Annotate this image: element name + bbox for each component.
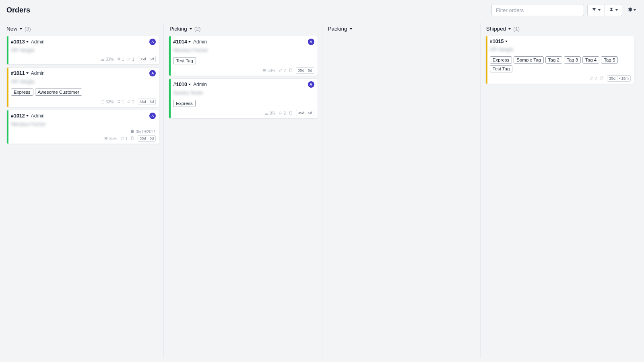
comments-value: 1 xyxy=(125,136,128,141)
column-header[interactable]: Picking (2) xyxy=(165,23,321,36)
column-count: (2) xyxy=(194,26,201,32)
time-pills: 35d 5d xyxy=(138,135,156,142)
time-pills: 35d 5d xyxy=(296,110,314,116)
order-id-text: #1014 xyxy=(173,39,187,45)
order-id[interactable]: #1015 xyxy=(490,39,508,44)
comments-indicator: 2 xyxy=(279,68,286,73)
time-pills: 35d 5d xyxy=(138,56,156,62)
progress-value: 33% xyxy=(106,57,114,62)
filter-input[interactable] xyxy=(491,4,584,16)
order-card[interactable]: #1015 GR Vangla Express Sample Tag Tag 2… xyxy=(485,36,634,84)
kanban-board: New (3) #1013 Admin A GR Vangla ☰ xyxy=(0,20,644,361)
order-id[interactable]: #1013 xyxy=(11,39,29,45)
comments-value: 2 xyxy=(595,76,597,81)
avatar[interactable]: A xyxy=(308,39,314,45)
avatar[interactable]: A xyxy=(149,113,156,119)
order-id[interactable]: #1014 xyxy=(173,39,191,45)
comment-icon xyxy=(127,57,131,62)
order-card[interactable]: #1013 Admin A GR Vangla ☰ 33% xyxy=(6,36,159,65)
subtasks-indicator: 1 xyxy=(117,100,124,104)
attachment-indicator xyxy=(289,68,293,73)
tag[interactable]: Test Tag xyxy=(173,57,196,64)
tag[interactable]: Sample Tag xyxy=(514,56,544,64)
filter-button[interactable] xyxy=(587,4,605,16)
tag[interactable]: Tag 5 xyxy=(601,56,618,64)
card-meta: ☰ 50% 2 35d xyxy=(173,67,314,74)
card-meta: ☰ 33% 1 1 xyxy=(11,56,156,63)
comment-icon xyxy=(127,100,131,104)
tag[interactable]: Tag 3 xyxy=(564,56,581,64)
toolbar-button-group xyxy=(587,4,622,16)
age-value: 35d xyxy=(138,56,148,62)
comment-icon xyxy=(120,136,124,141)
caret-down-icon xyxy=(188,41,191,43)
avatar[interactable]: A xyxy=(308,81,314,88)
tag[interactable]: Test Tag xyxy=(490,65,513,72)
avatar[interactable]: A xyxy=(149,39,156,45)
column-title: New xyxy=(6,26,17,32)
column-shipped: Shipped (1) #1015 GR Vangla Express Samp… xyxy=(480,23,638,358)
column-header[interactable]: Packing xyxy=(323,23,479,36)
caret-down-icon xyxy=(26,41,29,43)
column-count: (3) xyxy=(25,26,31,32)
tag[interactable]: Express xyxy=(490,56,512,64)
caret-down-icon xyxy=(190,28,192,30)
order-card[interactable]: #1014 Admin A Nikolaus Fecher Test Tag ☰… xyxy=(169,36,318,76)
card-header: #1015 xyxy=(490,39,631,44)
comment-icon xyxy=(279,68,283,73)
order-id[interactable]: #1012 xyxy=(11,113,29,119)
order-card[interactable]: #1010 Admin A Sandra Tester Express ☰ 0% xyxy=(169,78,318,119)
order-card[interactable]: #1011 Admin A GR Vangla Express Awesome … xyxy=(6,67,159,107)
customer-name-redacted: Sandra Tester xyxy=(173,90,203,96)
subtasks-icon xyxy=(117,57,121,62)
subtasks-icon xyxy=(117,100,121,104)
tag[interactable]: Express xyxy=(11,88,33,96)
tasks-icon: ☰ xyxy=(101,57,105,62)
card-meta: ☰ 33% 1 2 xyxy=(11,98,156,105)
comments-indicator: 1 xyxy=(120,136,128,141)
order-id[interactable]: #1010 xyxy=(173,82,191,87)
column-header[interactable]: New (3) xyxy=(6,23,163,36)
assignee-name: Admin xyxy=(31,39,45,45)
user-button[interactable] xyxy=(605,4,622,16)
comments-value: 2 xyxy=(284,68,286,73)
time-pills: 35d 5d xyxy=(296,67,314,74)
tag-list: Express Awesome Customer xyxy=(11,88,156,96)
assignee-name: Admin xyxy=(193,82,207,87)
comments-indicator: 2 xyxy=(279,111,286,115)
order-id-text: #1013 xyxy=(11,39,25,45)
comments-value: 1 xyxy=(132,57,134,62)
subtasks-value: 1 xyxy=(122,100,124,104)
comment-icon xyxy=(590,76,594,81)
progress-indicator: ☰ 25% xyxy=(104,136,117,141)
comments-value: 2 xyxy=(132,100,134,104)
tag[interactable]: Express xyxy=(173,100,196,107)
order-id-text: #1010 xyxy=(173,82,187,87)
tag[interactable]: Awesome Customer xyxy=(35,88,82,96)
column-cards: #1015 GR Vangla Express Sample Tag Tag 2… xyxy=(481,36,638,84)
age-value: 35d xyxy=(296,68,306,73)
gear-icon xyxy=(627,7,632,13)
order-card[interactable]: #1012 Admin A Nikolaus Fecher 05/19/2021… xyxy=(6,110,159,144)
user-icon xyxy=(609,7,614,13)
tag[interactable]: Tag 2 xyxy=(545,56,562,64)
caret-down-icon xyxy=(615,9,618,11)
column-packing: Packing xyxy=(322,23,480,358)
tasks-icon: ☰ xyxy=(262,68,266,73)
avatar[interactable]: A xyxy=(149,70,156,76)
order-id[interactable]: #1011 xyxy=(11,70,29,76)
subtasks-value: 1 xyxy=(122,57,124,62)
tag-list: Test Tag xyxy=(173,57,314,64)
file-icon xyxy=(600,76,604,81)
age-value: 35d xyxy=(296,110,306,116)
customer-name-redacted: Nikolaus Fecher xyxy=(11,121,46,127)
comments-indicator: 2 xyxy=(590,76,597,81)
caret-down-icon xyxy=(350,28,352,30)
settings-button[interactable] xyxy=(625,4,638,16)
order-id-text: #1015 xyxy=(490,39,504,44)
caret-down-icon xyxy=(634,9,636,11)
file-icon xyxy=(131,136,134,141)
tag[interactable]: Tag 4 xyxy=(582,56,599,64)
column-header[interactable]: Shipped (1) xyxy=(481,23,638,36)
card-meta: ☰ 0% 2 35d xyxy=(173,109,314,117)
